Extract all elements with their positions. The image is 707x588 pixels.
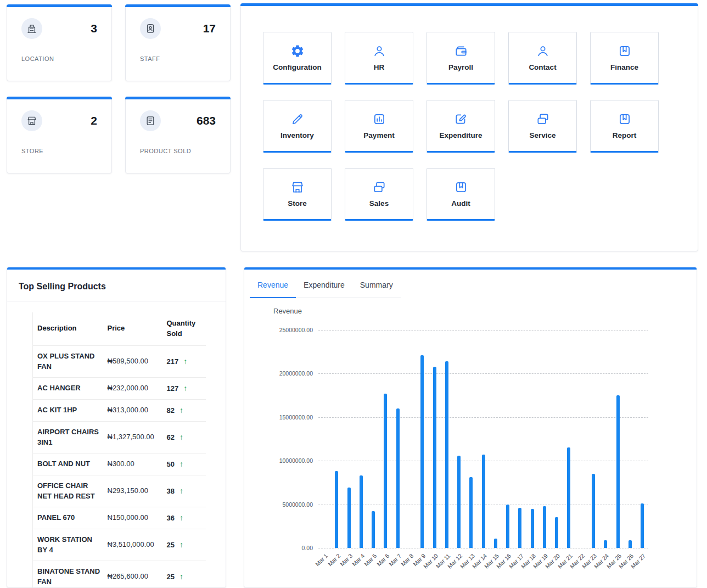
revenue-bar [531,509,534,548]
module-label: Report [613,131,637,139]
bar-slot [636,330,648,548]
quantity-value: 62 [167,433,175,441]
top-selling-table: DescriptionPriceQuantity Sold OX PLUS ST… [32,312,206,588]
stats-grid: 3 LOCATION 17 STAFF 2 STORE 683 PRODUCT … [7,4,231,173]
x-axis-tick-label: Mar 8 [400,552,414,567]
tab-expenditure[interactable]: Expenditure [296,281,352,298]
module-label: Store [288,199,307,208]
revenue-bar [335,471,338,548]
bar-slot [575,330,587,548]
x-axis-tick-label: Mar 2 [326,552,341,567]
top-selling-card: Top Selling Products DescriptionPriceQua… [7,267,226,588]
product-price: ₦232,000.00 [103,377,162,399]
y-axis-tick-label: 20000000.00 [279,370,313,377]
table-row: OX PLUS STAND FAN ₦589,500.00 217↑ [33,345,206,377]
column-header-quantity-sold: Quantity Sold [162,312,206,345]
trend-up-icon: ↑ [179,540,183,549]
quantity-value: 38 [167,487,175,495]
module-sales-button[interactable]: Sales [345,168,413,221]
revenue-bar [518,508,521,548]
top-selling-body: OX PLUS STAND FAN ₦589,500.00 217↑ AC HA… [33,345,206,588]
product-price: ₦150,000.00 [103,507,162,529]
module-inventory-button[interactable]: Inventory [263,100,332,153]
product-price: ₦300.00 [103,453,162,475]
module-finance-button[interactable]: Finance [590,32,659,85]
y-axis-tick-label: 0.00 [302,545,313,551]
cards-icon [372,180,386,194]
bar-slot [611,330,624,548]
module-expenditure-button[interactable]: Expenditure [427,100,495,153]
stat-top: 683 [140,110,216,131]
document-icon [140,110,161,131]
product-price: ₦3,510,000.00 [103,529,162,561]
module-report-button[interactable]: Report [590,100,659,153]
product-quantity: 25↑ [162,529,206,561]
trend-up-icon: ↑ [179,433,183,441]
product-price: ₦313,000.00 [103,399,162,421]
x-axis-tick-label: Mar 7 [388,552,402,567]
pencil-icon [290,112,305,126]
table-row: OFFICE CHAIR NET HEAD REST ₦293,150.00 3… [33,475,206,507]
bar-slot [379,330,391,548]
product-quantity: 36↑ [162,507,206,529]
x-axis-tick-label: Mar 5 [363,552,378,567]
revenue-bar [360,475,363,548]
module-configuration-button[interactable]: Configuration [263,32,332,85]
stat-value: 2 [91,114,97,127]
table-row: AC KIT 1HP ₦313,000.00 82↑ [33,399,206,421]
module-payment-button[interactable]: Payment [345,100,413,153]
revenue-bar [445,361,448,548]
module-contact-button[interactable]: Contact [508,32,577,85]
trend-up-icon: ↑ [179,486,183,495]
product-quantity: 217↑ [162,345,206,377]
product-description: BINATONE STAND FAN [33,561,103,588]
column-header-price: Price [103,312,162,345]
x-axis-tick-label: Mar 4 [351,552,366,567]
table-row: AC HANGER ₦232,000.00 127↑ [33,377,206,399]
stat-label: STAFF [140,55,216,62]
person-icon [372,44,386,58]
module-payroll-button[interactable]: Payroll [427,32,495,85]
quantity-value: 36 [167,514,175,522]
bar-slot [355,330,367,548]
module-store-button[interactable]: Store [263,168,332,221]
table-row: BINATONE STAND FAN ₦265,600.00 25↑ [33,561,206,588]
product-quantity: 82↑ [162,399,206,421]
stat-card-store: 2 STORE [7,97,112,173]
chart-xaxis: Mar 1Mar 2Mar 3Mar 4Mar 5Mar 6Mar 7Mar 8… [318,548,648,576]
y-axis-tick-label: 15000000.00 [279,414,313,421]
bar-slot [330,330,343,548]
module-label: Payroll [448,63,473,71]
revenue-bar [396,408,400,548]
revenue-bar [494,539,497,548]
bar-slot [343,330,355,548]
revenue-bar [420,355,424,548]
module-service-button[interactable]: Service [508,100,577,153]
y-axis-tick-label: 5000000.00 [283,501,313,508]
quantity-value: 82 [167,406,175,415]
tab-summary[interactable]: Summary [352,281,401,298]
stat-top: 3 [21,18,97,39]
bookmark-icon [454,180,468,194]
stat-card-staff: 17 STAFF [125,4,231,81]
revenue-bar [384,394,387,548]
person-icon [536,44,550,58]
revenue-bar [567,447,570,548]
quantity-value: 25 [167,573,175,581]
bar-slot [392,330,404,548]
stat-value: 683 [197,114,216,127]
top-selling-title: Top Selling Products [7,267,226,292]
stat-label: STORE [21,148,97,154]
module-hr-button[interactable]: HR [345,32,413,85]
revenue-bar [469,477,473,548]
revenue-bar [433,367,436,548]
bar-slot [404,330,416,548]
table-row: BOLT AND NUT ₦300.00 50↑ [33,453,206,475]
quantity-value: 217 [167,357,179,366]
table-header-row: DescriptionPriceQuantity Sold [33,312,206,345]
tab-revenue[interactable]: Revenue [250,281,296,298]
module-audit-button[interactable]: Audit [427,168,495,221]
bookmark-icon [618,44,632,58]
bar-slot [563,330,575,548]
bar-slot [587,330,599,548]
